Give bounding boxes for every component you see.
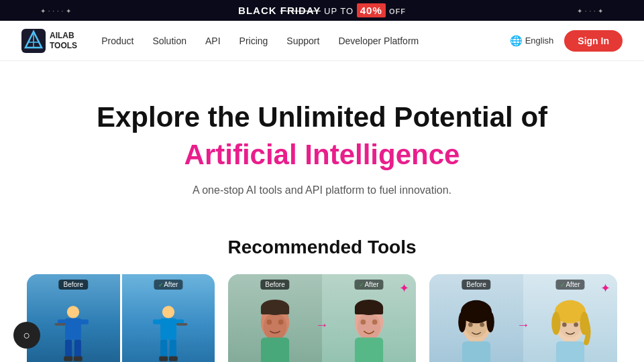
svg-rect-35: [355, 306, 383, 314]
nav-right: 🌐 English Sign In: [510, 30, 623, 52]
svg-point-48: [574, 322, 578, 327]
svg-rect-19: [159, 357, 168, 361]
nav-api[interactable]: API: [205, 36, 221, 46]
nav-solution[interactable]: Solution: [152, 36, 186, 46]
svg-rect-12: [55, 323, 66, 326]
logo-icon: [21, 29, 46, 53]
tool-card-hair[interactable]: Before: [429, 274, 617, 362]
tools-grid: Before ✓After: [27, 274, 617, 362]
face-before-figure: [248, 298, 302, 362]
nav-pricing[interactable]: Pricing: [239, 36, 268, 46]
svg-point-4: [67, 306, 79, 318]
tool-card-face[interactable]: Before → ✓After: [228, 274, 416, 362]
hero-title-line2: Artificial Intelligence: [27, 139, 617, 171]
hero-section: Explore the Unlimited Potential of Artif…: [0, 61, 644, 217]
globe-icon: 🌐: [510, 35, 523, 47]
svg-point-38: [468, 322, 473, 327]
hair-before-badge: Before: [462, 280, 490, 290]
face-after-badge: ✓After: [354, 280, 383, 290]
hockey-before-badge: Before: [59, 280, 88, 290]
svg-rect-49: [556, 341, 584, 362]
svg-point-52: [551, 312, 560, 335]
face-before-badge: Before: [260, 280, 289, 290]
hair-before-figure: [449, 298, 503, 362]
nav-developer-platform[interactable]: Developer Platform: [338, 36, 419, 46]
banner-percent-text: 40%: [357, 3, 386, 17]
hockey-after-figure: [145, 301, 192, 362]
svg-rect-17: [160, 340, 167, 359]
svg-rect-33: [355, 337, 383, 362]
svg-point-31: [361, 320, 366, 325]
svg-point-25: [278, 320, 284, 325]
svg-rect-11: [74, 357, 83, 361]
svg-rect-9: [74, 340, 81, 359]
language-button[interactable]: 🌐 English: [510, 35, 554, 47]
svg-rect-21: [176, 323, 188, 326]
signin-button[interactable]: Sign In: [564, 30, 623, 52]
logo-text-line2: TOOLS: [50, 41, 77, 50]
hockey-before-figure: [50, 301, 97, 362]
svg-rect-18: [170, 340, 176, 359]
black-friday-banner: BLACK FRIDAY UP TO 40% OFF: [0, 0, 644, 21]
banner-upto-text: UP TO: [324, 6, 357, 16]
svg-point-39: [480, 322, 484, 327]
language-label: English: [525, 36, 554, 46]
svg-rect-5: [65, 318, 81, 340]
hair-after-badge: ✓After: [555, 280, 584, 290]
navbar: AILAB TOOLS Product Solution API Pricing…: [0, 21, 644, 61]
svg-point-43: [458, 312, 466, 333]
hair-sparkle-icon: ✦: [600, 281, 610, 296]
face-after-figure: [342, 298, 396, 362]
svg-rect-40: [462, 341, 490, 362]
chat-bubble[interactable]: ○: [13, 322, 40, 349]
svg-point-30: [358, 312, 381, 341]
svg-rect-7: [80, 320, 89, 324]
svg-rect-14: [160, 318, 176, 340]
nav-links: Product Solution API Pricing Support Dev…: [101, 35, 510, 47]
svg-rect-20: [169, 357, 178, 361]
hair-after-figure: [543, 298, 597, 362]
tools-section-title: Recommended Tools: [27, 237, 617, 258]
banner-black-text: BLACK: [238, 5, 277, 16]
svg-rect-28: [261, 306, 289, 314]
svg-point-32: [372, 320, 378, 325]
face-sparkle-icon: ✦: [399, 281, 409, 296]
tool-card-hockey[interactable]: Before ✓After: [27, 274, 215, 362]
logo-link[interactable]: AILAB TOOLS: [21, 29, 77, 53]
svg-point-13: [162, 306, 174, 318]
svg-point-24: [267, 320, 272, 325]
hockey-after-badge: ✓After: [154, 280, 182, 290]
svg-rect-8: [65, 340, 72, 359]
hero-title-line1: Explore the Unlimited Potential of: [27, 101, 617, 133]
chat-icon: ○: [23, 328, 31, 343]
banner-friday-text: FRIDAY: [280, 5, 321, 16]
svg-point-23: [264, 312, 287, 341]
nav-support[interactable]: Support: [286, 36, 319, 46]
svg-point-44: [486, 312, 494, 333]
tools-section: Recommended Tools Before: [0, 217, 644, 362]
banner-off-text: OFF: [389, 7, 406, 15]
svg-rect-15: [153, 320, 162, 324]
nav-product[interactable]: Product: [101, 36, 133, 46]
svg-point-47: [562, 322, 567, 327]
svg-rect-10: [64, 357, 73, 361]
hero-subtitle: A one-stop AI tools and API platform to …: [27, 184, 617, 196]
svg-rect-26: [261, 337, 289, 362]
logo-text-line1: AILAB: [50, 31, 77, 40]
